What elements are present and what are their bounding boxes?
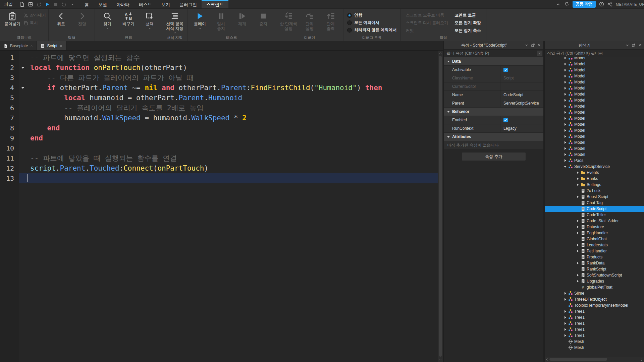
expand-arrow-icon[interactable] [576,244,580,246]
panel-popout-icon[interactable] [531,43,535,47]
ribbon-tab-모델[interactable]: 모델 [94,0,112,8]
editor-tab-script[interactable]: Script [37,41,66,50]
replace-button[interactable]: AB바꾸기 [118,10,139,26]
tree-item-events[interactable]: Events [545,170,644,176]
tree-item-tree1[interactable]: Tree1 [545,333,644,339]
find-button[interactable]: 찾기 [97,10,117,30]
tree-item-rankscript[interactable]: RankScript [545,266,644,272]
expand-arrow-icon[interactable] [563,117,567,120]
tree-item-slime[interactable]: Slime [545,290,644,296]
step-over-button[interactable]: 단위실행 [300,10,320,31]
expand-arrow-icon[interactable] [563,292,567,295]
redo-button[interactable] [36,2,42,7]
panel-chevron-down-icon[interactable] [525,43,529,47]
scrollbar-thumb[interactable] [549,358,607,361]
tree-item-model[interactable]: Model [545,115,644,121]
expand-arrow-icon[interactable] [576,220,580,222]
tree-item-model[interactable]: Model [545,152,644,158]
tree-item-model[interactable]: Model [545,85,644,91]
explorer-filter-input[interactable]: 작업 공간 (Ctrl+Shift+X) 필터링 [545,50,644,57]
ribbon-tab-스크립트[interactable]: 스크립트 [202,0,228,8]
tree-item-model[interactable]: Model [545,61,644,67]
tree-item-globalpetfloat[interactable]: #globalPetFloat [545,284,644,290]
expand-arrow-icon[interactable] [576,171,580,174]
select-button[interactable]: 선택 [140,10,160,30]
tree-item-model[interactable]: Model [545,139,644,145]
panel-close-icon[interactable] [537,43,541,47]
stop-quick-button[interactable] [53,2,58,7]
expand-arrow-icon[interactable] [563,310,567,313]
paste-button[interactable]: 붙여넣기 [2,10,22,26]
tree-item-datastore[interactable]: Datastore [545,224,644,230]
collapse-ribbon-icon[interactable] [556,2,561,7]
tree-item-rankdata[interactable]: RankData [545,260,644,266]
debug-error-option[interactable]: 안함 [347,12,397,18]
tree-item-pethandler[interactable]: PetHandler [545,248,644,254]
file-menu[interactable]: 파일 [0,0,17,8]
tree-item-tree1[interactable]: Tree1 [545,314,644,320]
step-into-button[interactable]: 한 단계씩실행 [278,10,299,31]
copy-button[interactable]: 복사 [23,20,46,26]
goto-script-error-button[interactable]: 스크립트 오류로 이동 [406,12,448,18]
quick-access-dropdown[interactable] [70,2,75,7]
tree-item-model[interactable]: Model [545,79,644,85]
open-file-button[interactable] [28,2,33,7]
tree-item-mesh[interactable]: Mesh [545,345,644,351]
tree-item-model[interactable]: Model [545,67,644,73]
panel-popout-icon[interactable] [632,43,636,47]
tree-item-threedtextobject[interactable]: ThreeDTextObject [545,296,644,302]
scroll-left-arrow[interactable] [545,357,549,362]
expand-arrow-icon[interactable] [576,177,580,180]
tree-item-model[interactable]: Model [545,91,644,97]
close-tab-icon[interactable] [30,44,33,48]
expand-arrow-icon[interactable] [563,105,567,108]
code-editor[interactable]: -- 파트에 닿으면 실행되는 함수local function onPartT… [19,51,438,362]
expand-arrow-icon[interactable] [563,81,567,83]
collapse-arrow-icon[interactable] [563,166,567,168]
fold-arrow-icon[interactable] [19,67,27,69]
tree-item-globalchat[interactable]: GlobalChat [545,236,644,242]
tree-item-serverscriptservice[interactable]: ServerScriptService [545,164,644,170]
tree-item-boost-script[interactable]: Boost Script [545,194,644,200]
expand-arrow-icon[interactable] [563,75,567,77]
close-tab-icon[interactable] [59,44,63,48]
collaborate-button[interactable]: 공동 작업 [573,1,596,8]
cut-button[interactable]: 잘라내기 [23,12,46,18]
scroll-down-arrow[interactable] [438,357,443,362]
property-value[interactable]: ServerScriptService [503,101,539,106]
tree-item-tree1[interactable]: Tree1 [545,326,644,333]
expand-arrow-icon[interactable] [563,123,567,126]
scroll-right-arrow[interactable] [639,357,644,362]
tree-item-model[interactable]: Model [545,133,644,139]
expand-arrow-icon[interactable] [576,262,580,264]
filter-dropdown-icon[interactable] [537,51,542,56]
tree-item-code-stat-adder[interactable]: Code_Stat_Adder [545,218,644,224]
pause-button[interactable]: 일시중지 [211,10,231,31]
tree-item-model[interactable]: Model [545,109,644,115]
ribbon-tab-보기[interactable]: 보기 [157,0,175,8]
format-selection-button[interactable]: 선택 항목서식 지정 [165,10,185,35]
expand-arrow-icon[interactable] [563,69,567,71]
expand-arrow-icon[interactable] [576,195,580,198]
scroll-up-arrow[interactable] [438,51,443,55]
stop-button[interactable]: 중지 [253,10,273,26]
expand-arrow-icon[interactable] [576,274,580,277]
expand-arrow-icon[interactable] [576,183,580,186]
property-value[interactable]: CodeScript [503,93,523,97]
checkbox-checked-icon[interactable] [503,118,508,122]
tree-item-toolboxtemporaryinsertmodel[interactable]: ToolboxTemporaryInsertModel [545,302,644,308]
tree-item-products[interactable]: Products [545,254,644,260]
tree-item-chat-tag[interactable]: Chat Tag [545,200,644,206]
tree-item-model[interactable]: Model [545,145,644,152]
explorer-horizontal-scrollbar[interactable] [545,357,644,362]
fold-arrow-icon[interactable] [19,87,27,89]
tree-item-softshutdownscript[interactable]: SoftShutdownScript [545,272,644,278]
expand-arrow-icon[interactable] [563,129,567,132]
share-icon[interactable] [607,2,612,7]
expand-arrow-icon[interactable] [563,147,567,150]
tree-item-pads[interactable]: Pads [545,158,644,164]
section-header-attributes[interactable]: Attributes [444,133,543,141]
section-header-behavior[interactable]: Behavior [444,108,543,116]
expand-arrow-icon[interactable] [563,87,567,89]
back-button[interactable]: 뒤로 [51,10,71,26]
